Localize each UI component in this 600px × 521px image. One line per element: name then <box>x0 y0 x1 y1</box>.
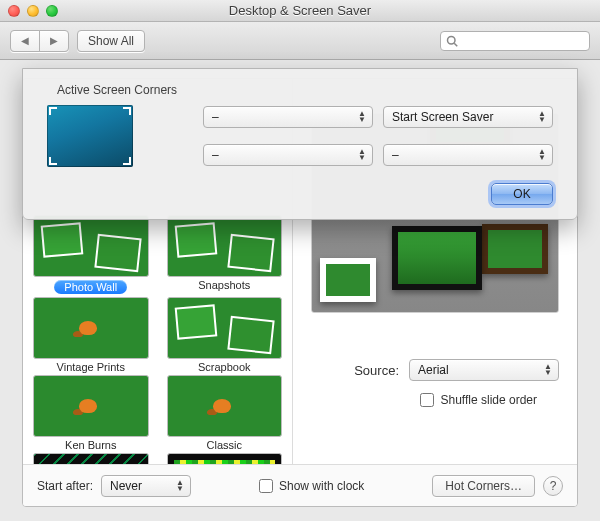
svg-line-1 <box>454 43 457 46</box>
svg-point-0 <box>448 36 456 44</box>
saver-label: Scrapbook <box>167 361 283 373</box>
updown-icon: ▲▼ <box>358 111 366 123</box>
updown-icon: ▲▼ <box>358 149 366 161</box>
saver-scrapbook[interactable]: Scrapbook <box>167 297 283 373</box>
saver-photo-wall[interactable]: Photo Wall <box>33 215 149 295</box>
preview-frame <box>320 258 376 302</box>
chevron-right-icon: ▶ <box>50 35 58 46</box>
close-window-button[interactable] <box>8 5 20 17</box>
back-button[interactable]: ◀ <box>10 30 40 52</box>
start-after-label: Start after: <box>37 479 93 493</box>
start-after-popup[interactable]: Never ▲▼ <box>101 475 191 497</box>
preview-frame <box>482 224 548 274</box>
thumbnail <box>167 375 283 437</box>
sheet-title: Active Screen Corners <box>57 83 553 97</box>
thumbnail <box>33 453 149 464</box>
shuffle-checkbox[interactable] <box>420 393 434 407</box>
corner-bottom-right-popup[interactable]: – ▲▼ <box>383 144 553 166</box>
shuffle-checkbox-row[interactable]: Shuffle slide order <box>420 393 559 407</box>
search-icon <box>446 35 458 47</box>
saver-label: Vintage Prints <box>33 361 149 373</box>
forward-button[interactable]: ▶ <box>39 30 69 52</box>
thumbnail <box>167 297 283 359</box>
updown-icon: ▲▼ <box>538 111 546 123</box>
saver-classic[interactable]: Classic <box>167 375 283 451</box>
saver-ken-burns[interactable]: Ken Burns <box>33 375 149 451</box>
window-title: Desktop & Screen Saver <box>0 3 600 18</box>
minimize-window-button[interactable] <box>27 5 39 17</box>
monitor-icon <box>47 105 133 167</box>
source-value: Aerial <box>418 363 449 377</box>
saver-label: Ken Burns <box>33 439 149 451</box>
thumbnail <box>167 215 283 277</box>
source-popup[interactable]: Aerial ▲▼ <box>409 359 559 381</box>
corner-top-left-value: – <box>212 110 219 124</box>
hot-corners-button[interactable]: Hot Corners… <box>432 475 535 497</box>
ok-button[interactable]: OK <box>491 183 553 205</box>
thumbnail <box>33 297 149 359</box>
content-area: Photo Wall Snapshots Vintage Prints Scra… <box>0 60 600 521</box>
corner-top-right-value: Start Screen Saver <box>392 110 493 124</box>
start-after-value: Never <box>110 479 142 493</box>
nav-back-forward: ◀ ▶ <box>10 30 69 52</box>
window-titlebar: Desktop & Screen Saver <box>0 0 600 22</box>
shuffle-label: Shuffle slide order <box>440 393 537 407</box>
traffic-lights <box>8 5 58 17</box>
updown-icon: ▲▼ <box>538 149 546 161</box>
toolbar: ◀ ▶ Show All <box>0 22 600 60</box>
chevron-left-icon: ◀ <box>21 35 29 46</box>
corner-bottom-right-value: – <box>392 148 399 162</box>
thumbnail <box>33 215 149 277</box>
hot-corners-sheet: Active Screen Corners – ▲▼ Start Screen … <box>22 68 578 220</box>
source-label: Source: <box>354 363 399 378</box>
saver-vintage-prints[interactable]: Vintage Prints <box>33 297 149 373</box>
show-clock-row[interactable]: Show with clock <box>259 479 364 493</box>
saver-label-selected: Photo Wall <box>54 280 127 294</box>
saver-snapshots[interactable]: Snapshots <box>167 215 283 295</box>
thumbnail <box>33 375 149 437</box>
preview-frame <box>392 226 482 290</box>
corner-top-right-popup[interactable]: Start Screen Saver ▲▼ <box>383 106 553 128</box>
thumbnail <box>167 453 283 464</box>
help-button[interactable]: ? <box>543 476 563 496</box>
saver-extra-2[interactable] <box>167 453 283 464</box>
updown-icon: ▲▼ <box>176 480 184 492</box>
bottom-bar: Start after: Never ▲▼ Show with clock Ho… <box>23 464 577 506</box>
corner-grid: – ▲▼ Start Screen Saver ▲▼ – ▲▼ – ▲▼ <box>47 105 553 167</box>
saver-extra-1[interactable] <box>33 453 149 464</box>
search-field[interactable] <box>440 31 590 51</box>
corner-top-left-popup[interactable]: – ▲▼ <box>203 106 373 128</box>
saver-label: Snapshots <box>167 279 283 291</box>
show-all-button[interactable]: Show All <box>77 30 145 52</box>
zoom-window-button[interactable] <box>46 5 58 17</box>
corner-bottom-left-popup[interactable]: – ▲▼ <box>203 144 373 166</box>
show-clock-label: Show with clock <box>279 479 364 493</box>
corner-bottom-left-value: – <box>212 148 219 162</box>
show-clock-checkbox[interactable] <box>259 479 273 493</box>
saver-label: Classic <box>167 439 283 451</box>
updown-icon: ▲▼ <box>544 364 552 376</box>
